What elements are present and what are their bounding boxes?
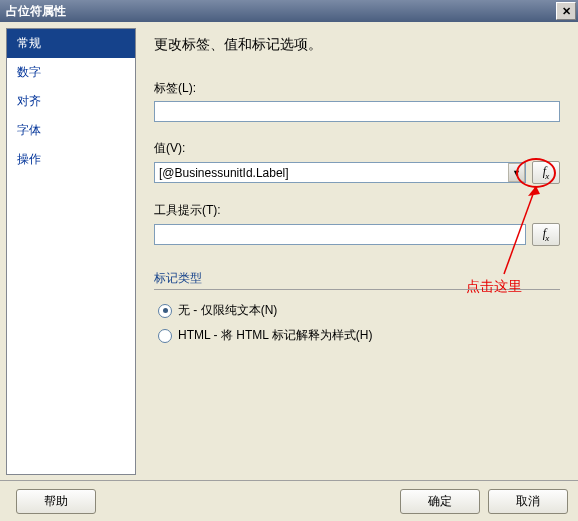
radio-label: HTML - 将 HTML 标记解释为样式(H): [178, 327, 372, 344]
button-label: 帮助: [44, 493, 68, 510]
sidebar-item-label: 常规: [17, 36, 41, 50]
dropdown-button[interactable]: ▼: [508, 163, 525, 182]
tooltip-field-label: 工具提示(T):: [154, 202, 560, 219]
sidebar-item-label: 操作: [17, 152, 41, 166]
svg-marker-1: [528, 186, 540, 196]
sidebar-item-label: 对齐: [17, 94, 41, 108]
dialog-body: 常规 数字 对齐 字体 操作 更改标签、值和标记选项。 标签(L): 值(V):…: [0, 22, 578, 481]
sidebar-item-number[interactable]: 数字: [7, 58, 135, 87]
value-field-label: 值(V):: [154, 140, 560, 157]
cancel-button[interactable]: 取消: [488, 489, 568, 514]
tooltip-input[interactable]: [154, 224, 526, 245]
sidebar-item-action[interactable]: 操作: [7, 145, 135, 174]
markup-option-plain[interactable]: 无 - 仅限纯文本(N): [158, 302, 560, 319]
value-dropdown[interactable]: ▼: [154, 162, 526, 183]
dialog-footer: 帮助 确定 取消: [0, 480, 578, 521]
markup-type-legend: 标记类型: [154, 270, 560, 287]
button-label: 取消: [516, 493, 540, 510]
placeholder-properties-dialog: 占位符属性 ✕ 常规 数字 对齐 字体 操作 更改标签、值和标记选项。 标签(L…: [0, 0, 578, 521]
divider: [154, 289, 560, 290]
sidebar-item-general[interactable]: 常规: [7, 29, 135, 58]
panel-heading: 更改标签、值和标记选项。: [154, 36, 560, 54]
button-label: 确定: [428, 493, 452, 510]
radio-icon: [158, 329, 172, 343]
sidebar-item-label: 数字: [17, 65, 41, 79]
value-expression-button[interactable]: fx: [532, 161, 560, 184]
ok-button[interactable]: 确定: [400, 489, 480, 514]
sidebar-item-font[interactable]: 字体: [7, 116, 135, 145]
help-button[interactable]: 帮助: [16, 489, 96, 514]
markup-option-html[interactable]: HTML - 将 HTML 标记解释为样式(H): [158, 327, 560, 344]
label-field-label: 标签(L):: [154, 80, 560, 97]
tooltip-expression-button[interactable]: fx: [532, 223, 560, 246]
window-title: 占位符属性: [6, 3, 556, 20]
close-icon: ✕: [562, 5, 571, 18]
sidebar-item-alignment[interactable]: 对齐: [7, 87, 135, 116]
value-input[interactable]: [154, 162, 526, 183]
radio-icon: [158, 304, 172, 318]
label-input[interactable]: [154, 101, 560, 122]
chevron-down-icon: ▼: [512, 168, 521, 178]
sidebar-item-label: 字体: [17, 123, 41, 137]
category-sidebar: 常规 数字 对齐 字体 操作: [6, 28, 136, 475]
main-panel: 更改标签、值和标记选项。 标签(L): 值(V): ▼ fx 工具提示(T):: [136, 22, 578, 481]
titlebar: 占位符属性 ✕: [0, 0, 578, 22]
fx-icon: fx: [543, 226, 549, 242]
radio-label: 无 - 仅限纯文本(N): [178, 302, 277, 319]
fx-icon: fx: [543, 164, 549, 180]
close-button[interactable]: ✕: [556, 2, 576, 20]
